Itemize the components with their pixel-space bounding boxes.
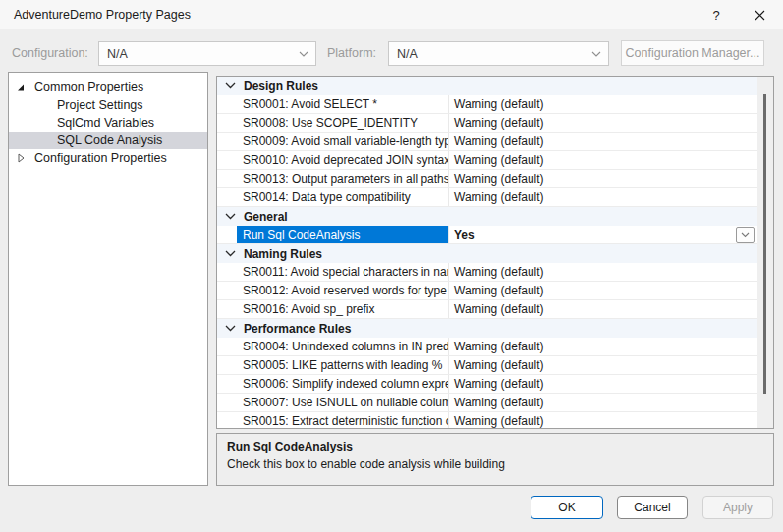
category-label: General	[244, 210, 288, 224]
tree-item-label: SqlCmd Variables	[57, 116, 154, 130]
property-value-cell[interactable]: Warning (default)	[448, 375, 757, 393]
value-dropdown-button[interactable]	[736, 227, 755, 243]
property-row[interactable]: Run Sql CodeAnalysisYes	[217, 226, 757, 244]
property-value-label: Warning (default)	[454, 172, 544, 186]
tree-item-sql-code-analysis[interactable]: SQL Code Analysis	[9, 132, 207, 149]
property-value-cell[interactable]: Warning (default)	[448, 356, 757, 374]
property-name-cell[interactable]: SR0012: Avoid reserved words for type n	[217, 282, 448, 299]
property-name-cell[interactable]: SR0013: Output parameters in all paths	[217, 170, 448, 187]
window-title: AdventureDemo Property Pages	[14, 8, 191, 22]
property-value-cell[interactable]: Warning (default)	[448, 170, 757, 187]
property-name-cell[interactable]: SR0014: Data type compatibility	[217, 188, 448, 206]
tree-item-label: Common Properties	[34, 80, 143, 94]
configuration-value: N/A	[107, 47, 128, 61]
property-row[interactable]: SR0010: Avoid deprecated JOIN syntaxWarn…	[217, 151, 757, 170]
property-row[interactable]: SR0008: Use SCOPE_IDENTITYWarning (defau…	[217, 114, 757, 133]
chevron-down-icon[interactable]	[225, 213, 237, 220]
property-row[interactable]: SR0016: Avoid sp_ prefixWarning (default…	[217, 300, 757, 319]
tree-item-label: Project Settings	[57, 98, 143, 112]
property-name-cell[interactable]: SR0008: Use SCOPE_IDENTITY	[217, 114, 448, 132]
tree-item-configuration-properties[interactable]: Configuration Properties	[9, 149, 207, 167]
property-name-cell[interactable]: SR0011: Avoid special characters in nam	[217, 263, 448, 281]
chevron-down-icon[interactable]	[225, 250, 237, 257]
property-value-label: Warning (default)	[454, 302, 544, 316]
property-name-cell[interactable]: SR0006: Simplify indexed column expres	[217, 375, 448, 393]
close-button[interactable]	[740, 0, 779, 29]
property-value-label: Warning (default)	[454, 396, 544, 409]
chevron-down-icon[interactable]	[225, 325, 237, 332]
property-value-cell[interactable]: Warning (default)	[448, 95, 757, 113]
tree-item-common-properties[interactable]: Common Properties	[9, 79, 207, 96]
property-row[interactable]: SR0006: Simplify indexed column expresWa…	[217, 375, 757, 394]
category-label: Performance Rules	[244, 322, 351, 336]
property-name-cell[interactable]: SR0007: Use ISNULL on nullable column	[217, 394, 448, 411]
configuration-manager-button[interactable]: Configuration Manager...	[621, 40, 764, 66]
cancel-button[interactable]: Cancel	[617, 496, 688, 519]
property-value-label: Warning (default)	[454, 116, 544, 130]
property-row[interactable]: SR0015: Extract deterministic function c…	[217, 412, 757, 428]
property-value-cell[interactable]: Warning (default)	[448, 282, 757, 299]
tree-item-project-settings[interactable]: Project Settings	[9, 96, 207, 114]
property-value-cell[interactable]: Warning (default)	[448, 114, 757, 132]
platform-value: N/A	[397, 47, 418, 61]
ok-button[interactable]: OK	[531, 496, 603, 519]
platform-label: Platform:	[327, 46, 376, 60]
tree-expanded-icon[interactable]	[15, 81, 27, 93]
description-panel: Run Sql CodeAnalysis Check this box to e…	[216, 433, 774, 486]
property-name-cell[interactable]: SR0015: Extract deterministic function c…	[217, 412, 448, 428]
property-value-cell[interactable]: Yes	[448, 226, 757, 243]
property-row[interactable]: SR0012: Avoid reserved words for type nW…	[217, 282, 757, 300]
scrollbar-thumb[interactable]	[763, 94, 766, 394]
category-row[interactable]: Performance Rules	[217, 319, 757, 338]
property-row[interactable]: SR0001: Avoid SELECT *Warning (default)	[217, 95, 757, 114]
property-value-label: Warning (default)	[454, 265, 544, 279]
property-row[interactable]: SR0004: Unindexed columns in IN predicWa…	[217, 338, 757, 356]
apply-button[interactable]: Apply	[702, 496, 773, 519]
property-value-label: Warning (default)	[454, 190, 544, 204]
property-row[interactable]: SR0009: Avoid small variable-length typW…	[217, 133, 757, 151]
tree-item-sqlcmd-variables[interactable]: SqlCmd Variables	[9, 114, 207, 132]
tree-item-label: Configuration Properties	[34, 151, 167, 165]
property-name-cell[interactable]: SR0005: LIKE patterns with leading %	[217, 356, 448, 374]
property-name-cell[interactable]: Run Sql CodeAnalysis	[217, 226, 448, 243]
property-name-cell[interactable]: SR0001: Avoid SELECT *	[217, 95, 448, 113]
chevron-down-icon	[299, 51, 308, 57]
property-value-cell[interactable]: Warning (default)	[448, 133, 757, 150]
property-name-cell[interactable]: SR0016: Avoid sp_ prefix	[217, 300, 448, 318]
category-label: Naming Rules	[244, 247, 322, 261]
property-value-cell[interactable]: Warning (default)	[448, 412, 757, 428]
property-name-cell[interactable]: SR0009: Avoid small variable-length typ	[217, 133, 448, 150]
property-value-cell[interactable]: Warning (default)	[448, 263, 757, 281]
property-row[interactable]: SR0005: LIKE patterns with leading %Warn…	[217, 356, 757, 375]
description-title: Run Sql CodeAnalysis	[227, 440, 763, 453]
property-value-cell[interactable]: Warning (default)	[448, 300, 757, 318]
chevron-down-icon[interactable]	[225, 82, 237, 89]
property-row[interactable]: SR0013: Output parameters in all pathsWa…	[217, 170, 757, 188]
pages-tree: Common PropertiesProject SettingsSqlCmd …	[8, 72, 208, 486]
property-value-cell[interactable]: Warning (default)	[448, 151, 757, 169]
property-value-cell[interactable]: Warning (default)	[448, 394, 757, 411]
category-row[interactable]: General	[217, 207, 757, 226]
property-value-cell[interactable]: Warning (default)	[448, 188, 757, 206]
configuration-select[interactable]: N/A	[98, 41, 316, 66]
help-button[interactable]: ?	[697, 0, 736, 29]
property-row[interactable]: SR0007: Use ISNULL on nullable columnWar…	[217, 394, 757, 412]
tree-collapsed-icon[interactable]	[15, 152, 27, 164]
property-value-cell[interactable]: Warning (default)	[448, 338, 757, 355]
property-grid: Design RulesSR0001: Avoid SELECT *Warnin…	[216, 76, 774, 429]
category-row[interactable]: Naming Rules	[217, 244, 757, 263]
property-name-cell[interactable]: SR0010: Avoid deprecated JOIN syntax	[217, 151, 448, 169]
vertical-scrollbar[interactable]	[757, 77, 773, 428]
property-value-label: Warning (default)	[454, 284, 544, 297]
property-value-label: Yes	[454, 228, 475, 241]
property-grid-rows: Design RulesSR0001: Avoid SELECT *Warnin…	[217, 77, 757, 428]
property-row[interactable]: SR0011: Avoid special characters in namW…	[217, 263, 757, 282]
chevron-down-icon	[591, 51, 601, 57]
platform-select[interactable]: N/A	[388, 41, 609, 66]
property-name-cell[interactable]: SR0004: Unindexed columns in IN predic	[217, 338, 448, 355]
title-bar: AdventureDemo Property Pages ?	[0, 0, 783, 29]
close-icon	[755, 10, 765, 21]
property-row[interactable]: SR0014: Data type compatibilityWarning (…	[217, 188, 757, 207]
property-name-label: Run Sql CodeAnalysis	[237, 226, 448, 243]
category-row[interactable]: Design Rules	[217, 77, 757, 95]
